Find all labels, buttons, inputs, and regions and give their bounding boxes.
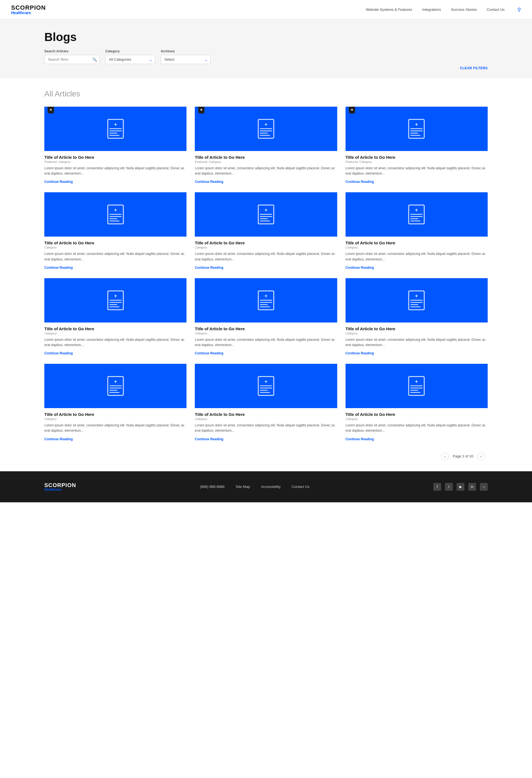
main-content: All Articles ★ + Title of Article to Go … bbox=[0, 78, 532, 471]
article-card: + Title of Article to Go HereCategoryLor… bbox=[346, 192, 488, 269]
continue-reading-link[interactable]: Continue Reading bbox=[195, 180, 223, 184]
article-image[interactable]: + bbox=[195, 278, 337, 322]
article-image[interactable]: ★ + bbox=[346, 107, 488, 151]
article-image[interactable]: ★ + bbox=[195, 107, 337, 151]
linkedin-icon[interactable]: in bbox=[468, 483, 476, 491]
svg-rect-26 bbox=[260, 214, 272, 215]
svg-rect-41 bbox=[109, 306, 120, 307]
continue-reading-link[interactable]: Continue Reading bbox=[44, 437, 73, 441]
footer-link-sitemap[interactable]: Site Map bbox=[236, 485, 250, 489]
article-image[interactable]: + bbox=[44, 364, 186, 408]
svg-rect-38 bbox=[109, 300, 122, 301]
continue-reading-link[interactable]: Continue Reading bbox=[195, 351, 223, 355]
article-excerpt: Lorem ipsum dolor sit amet, consectetur … bbox=[346, 166, 488, 176]
category-label: Category bbox=[105, 49, 155, 53]
article-excerpt: Lorem ipsum dolor sit amet, consectetur … bbox=[195, 337, 337, 348]
continue-reading-link[interactable]: Continue Reading bbox=[195, 437, 223, 441]
article-image[interactable]: + bbox=[346, 364, 488, 408]
article-card: + Title of Article to Go HereCategoryLor… bbox=[195, 192, 337, 269]
article-card: + Title of Article to Go HereCategoryLor… bbox=[346, 278, 488, 356]
facebook-icon[interactable]: f bbox=[433, 483, 441, 491]
continue-reading-link[interactable]: Continue Reading bbox=[346, 351, 374, 355]
nav-website-systems[interactable]: Website Systems & Features bbox=[366, 7, 412, 12]
article-image[interactable]: + bbox=[346, 192, 488, 237]
bookmark-icon: ★ bbox=[48, 107, 54, 114]
article-category: Featured, Category bbox=[44, 160, 186, 163]
article-image[interactable]: ★ + bbox=[44, 107, 186, 151]
article-category: Category bbox=[346, 417, 488, 420]
footer-link-accessibility[interactable]: Accessibility bbox=[261, 485, 281, 489]
pagination-prev[interactable]: ‹ bbox=[441, 453, 449, 460]
article-body: Title of Article to Go HereCategoryLorem… bbox=[195, 322, 337, 356]
footer-link-contact[interactable]: Contact Us bbox=[292, 485, 309, 489]
category-select[interactable]: All Categories Featured Category bbox=[105, 55, 155, 64]
svg-text:+: + bbox=[264, 207, 268, 213]
svg-text:+: + bbox=[415, 379, 418, 384]
article-title: Title of Article to Go Here bbox=[346, 326, 488, 331]
search-input[interactable] bbox=[44, 55, 100, 64]
article-doc-icon: + bbox=[107, 290, 124, 310]
article-card: ★ + Title of Article to Go HereFeatured,… bbox=[195, 107, 337, 184]
article-doc-icon: + bbox=[258, 290, 274, 310]
svg-rect-4 bbox=[109, 133, 117, 134]
article-body: Title of Article to Go HereCategoryLorem… bbox=[346, 322, 488, 356]
svg-rect-3 bbox=[109, 131, 122, 131]
article-image[interactable]: + bbox=[195, 192, 337, 237]
svg-rect-9 bbox=[260, 131, 272, 131]
svg-text:+: + bbox=[415, 293, 418, 299]
site-logo[interactable]: SCORPION Healthcare bbox=[11, 5, 46, 15]
article-card: + Title of Article to Go HereCategoryLor… bbox=[195, 278, 337, 356]
article-body: Title of Article to Go HereFeatured, Cat… bbox=[346, 151, 488, 184]
continue-reading-link[interactable]: Continue Reading bbox=[44, 351, 73, 355]
search-icon[interactable]: ⚲ bbox=[517, 7, 521, 13]
svg-text:+: + bbox=[264, 379, 268, 384]
twitter-icon[interactable]: t bbox=[445, 483, 453, 491]
article-title: Title of Article to Go Here bbox=[195, 240, 337, 245]
article-image[interactable]: + bbox=[195, 364, 337, 408]
article-image[interactable]: + bbox=[44, 278, 186, 322]
clear-filters-button[interactable]: CLEAR FILTERS bbox=[44, 66, 488, 70]
pagination-next[interactable]: › bbox=[477, 453, 485, 460]
svg-text:+: + bbox=[415, 122, 418, 127]
nav-success-stories[interactable]: Success Stories bbox=[451, 7, 476, 12]
main-nav: Website Systems & Features Integrations … bbox=[366, 7, 521, 13]
continue-reading-link[interactable]: Continue Reading bbox=[346, 180, 374, 184]
svg-rect-69 bbox=[410, 388, 423, 388]
all-articles-heading: All Articles bbox=[44, 89, 488, 98]
article-title: Title of Article to Go Here bbox=[346, 412, 488, 417]
continue-reading-link[interactable]: Continue Reading bbox=[44, 266, 73, 269]
article-body: Title of Article to Go HereCategoryLorem… bbox=[195, 408, 337, 441]
article-body: Title of Article to Go HereCategoryLorem… bbox=[44, 237, 186, 269]
article-doc-icon: + bbox=[408, 290, 425, 310]
continue-reading-link[interactable]: Continue Reading bbox=[195, 266, 223, 269]
continue-reading-link[interactable]: Continue Reading bbox=[44, 180, 73, 184]
youtube-icon[interactable]: ▶ bbox=[457, 483, 464, 491]
continue-reading-link[interactable]: Continue Reading bbox=[346, 266, 374, 269]
svg-rect-2 bbox=[109, 128, 122, 129]
article-category: Category bbox=[346, 246, 488, 249]
archives-select[interactable]: Select 2023 2022 2021 bbox=[161, 55, 211, 64]
svg-rect-14 bbox=[410, 128, 423, 129]
pagination: ‹ Page 1 of 10 › bbox=[44, 453, 488, 460]
article-image[interactable]: + bbox=[346, 278, 488, 322]
svg-rect-10 bbox=[260, 133, 268, 134]
article-excerpt: Lorem ipsum dolor sit amet, consectetur … bbox=[195, 251, 337, 262]
footer-logo[interactable]: SCORPION Healthcare bbox=[44, 482, 76, 491]
logo-scorpion: SCORPION bbox=[11, 5, 46, 11]
article-title: Title of Article to Go Here bbox=[44, 412, 186, 417]
nav-contact-us[interactable]: Contact Us bbox=[487, 7, 505, 12]
article-image[interactable]: + bbox=[44, 192, 186, 237]
svg-rect-68 bbox=[410, 385, 423, 386]
nav-integrations[interactable]: Integrations bbox=[422, 7, 441, 12]
continue-reading-link[interactable]: Continue Reading bbox=[346, 437, 374, 441]
article-doc-icon: + bbox=[258, 376, 274, 396]
article-title: Title of Article to Go Here bbox=[346, 240, 488, 245]
articles-grid: ★ + Title of Article to Go HereFeatured,… bbox=[44, 107, 488, 441]
search-input-wrapper: 🔍 bbox=[44, 55, 100, 64]
svg-rect-35 bbox=[410, 221, 420, 221]
instagram-icon[interactable]: ○ bbox=[480, 483, 488, 491]
article-card: + Title of Article to Go HereCategoryLor… bbox=[44, 364, 186, 441]
svg-rect-56 bbox=[109, 385, 122, 386]
svg-rect-50 bbox=[410, 300, 423, 301]
svg-rect-40 bbox=[109, 304, 117, 305]
